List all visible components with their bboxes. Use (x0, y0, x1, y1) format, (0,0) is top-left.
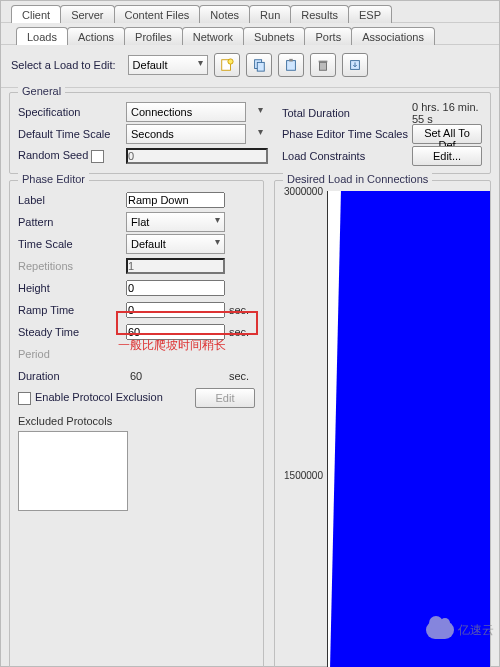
phase-editor-group: Phase Editor Label PatternFlat Time Scal… (9, 180, 264, 667)
edit-constraints-button[interactable]: Edit... (412, 146, 482, 166)
general-legend: General (18, 85, 65, 97)
subtab-ports[interactable]: Ports (304, 27, 352, 45)
desired-load-legend: Desired Load in Connections (283, 173, 432, 185)
tab-content-files[interactable]: Content Files (114, 5, 201, 23)
ramp-time-input[interactable] (126, 302, 225, 318)
label-label: Label (18, 194, 126, 206)
tab-run[interactable]: Run (249, 5, 291, 23)
protocol-exclusion-edit-button: Edit (195, 388, 255, 408)
tab-notes[interactable]: Notes (199, 5, 250, 23)
default-timescale-select[interactable]: Seconds (126, 124, 246, 144)
tab-client[interactable]: Client (11, 5, 61, 23)
svg-rect-4 (286, 61, 295, 71)
pattern-label: Pattern (18, 216, 126, 228)
specification-select[interactable]: Connections (126, 102, 246, 122)
duration-value: 60 (126, 370, 225, 382)
subtab-profiles[interactable]: Profiles (124, 27, 183, 45)
total-duration-label: Total Duration (282, 107, 412, 119)
timescale-select[interactable]: Default (126, 234, 225, 254)
load-constraints-label: Load Constraints (282, 150, 412, 162)
subtab-loads[interactable]: Loads (16, 27, 68, 45)
ramp-time-label: Ramp Time (18, 304, 126, 316)
subtab-network[interactable]: Network (182, 27, 244, 45)
enable-protocol-exclusion-label: Enable Protocol Exclusion (18, 391, 195, 405)
timescale-label: Time Scale (18, 238, 126, 250)
random-seed-input (126, 148, 268, 164)
phase-editor-timescales-label: Phase Editor Time Scales (282, 128, 412, 140)
specification-label: Specification (18, 106, 126, 118)
subtab-actions[interactable]: Actions (67, 27, 125, 45)
height-input[interactable] (126, 280, 225, 296)
random-seed-checkbox[interactable] (91, 150, 104, 163)
label-input[interactable] (126, 192, 225, 208)
load-toolbar: Select a Load to Edit: Default (1, 45, 499, 88)
repetitions-input (126, 258, 225, 274)
tab-results[interactable]: Results (290, 5, 349, 23)
annotation-text: 一般比爬坡时间稍长 (118, 337, 226, 354)
svg-rect-3 (257, 62, 264, 71)
phase-editor-legend: Phase Editor (18, 173, 89, 185)
cloud-icon (426, 621, 454, 639)
copy-icon[interactable] (246, 53, 272, 77)
paste-icon[interactable] (278, 53, 304, 77)
svg-rect-5 (289, 59, 293, 62)
watermark: 亿速云 (426, 621, 494, 639)
subtab-associations[interactable]: Associations (351, 27, 435, 45)
default-timescale-label: Default Time Scale (18, 128, 126, 140)
sub-tabs: LoadsActionsProfilesNetworkSubnetsPortsA… (1, 23, 499, 45)
load-select[interactable]: Default (128, 55, 208, 75)
total-duration-value: 0 hrs. 16 min. 55 s (412, 101, 482, 125)
random-seed-label: Random Seed (18, 149, 126, 163)
pattern-select[interactable]: Flat (126, 212, 225, 232)
new-icon[interactable] (214, 53, 240, 77)
steady-time-label: Steady Time (18, 326, 126, 338)
desired-load-group: Desired Load in Connections 015000003000… (274, 180, 491, 667)
set-all-default-button[interactable]: Set All To Def (412, 124, 482, 144)
export-icon[interactable] (342, 53, 368, 77)
excluded-protocols-label: Excluded Protocols (18, 415, 112, 427)
svg-rect-7 (318, 61, 327, 63)
load-chart: 015000003000000 0 (277, 191, 490, 667)
svg-point-1 (227, 59, 232, 64)
excluded-protocols-list (18, 431, 128, 511)
svg-rect-6 (319, 62, 326, 70)
repetitions-label: Repetitions (18, 260, 126, 272)
subtab-subnets[interactable]: Subnets (243, 27, 305, 45)
main-tabs: ClientServerContent FilesNotesRunResults… (1, 1, 499, 23)
select-load-label: Select a Load to Edit: (11, 59, 116, 71)
tab-esp[interactable]: ESP (348, 5, 392, 23)
delete-icon[interactable] (310, 53, 336, 77)
height-label: Height (18, 282, 126, 294)
duration-label: Duration (18, 370, 126, 382)
general-group: General Specification Connections Defaul… (9, 92, 491, 174)
tab-server[interactable]: Server (60, 5, 114, 23)
enable-protocol-exclusion-checkbox[interactable] (18, 392, 31, 405)
period-label: Period (18, 348, 126, 360)
